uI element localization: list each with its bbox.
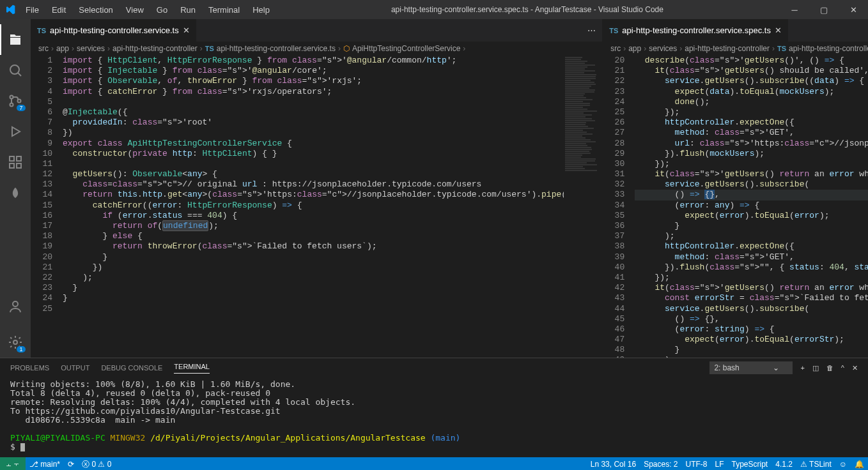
new-terminal-icon[interactable]: +: [800, 364, 804, 372]
tslint-indicator[interactable]: ⚠ TSLint: [796, 460, 835, 469]
window-title: api-http-testing-controller.service.spec…: [275, 5, 780, 14]
panel-tab-terminal[interactable]: TERMINAL: [174, 363, 210, 374]
statusbar: ⫠⫟ ⎇ main* ⟳ ⓧ 0 ⚠ 0 Ln 33, Col 16 Space…: [0, 457, 868, 470]
close-button[interactable]: ✕: [839, 0, 868, 19]
cursor-position[interactable]: Ln 33, Col 16: [587, 460, 640, 469]
code-editor-left[interactable]: 1234567891011121314151617181920212223242…: [31, 56, 602, 358]
minimap-left[interactable]: [564, 56, 602, 358]
mongodb-icon[interactable]: [0, 178, 31, 208]
editor-pane-left: TS api-http-testing-controller.service.t…: [31, 19, 603, 358]
activity-bar: 7 1: [0, 19, 31, 358]
tab-label: api-http-testing-controller.service.spec…: [622, 26, 771, 35]
settings-gear-icon[interactable]: 1: [0, 327, 31, 358]
titlebar: File Edit Selection View Go Run Terminal…: [0, 0, 868, 19]
breadcrumb-right[interactable]: src› app› services› api-http-testing-con…: [603, 42, 868, 56]
feedback-icon[interactable]: ☺: [835, 460, 851, 469]
ts-version[interactable]: 4.1.2: [771, 460, 796, 469]
svg-rect-8: [17, 156, 21, 161]
maximize-button[interactable]: ▢: [809, 0, 839, 19]
more-icon[interactable]: ⋯: [587, 26, 596, 35]
svg-point-10: [13, 340, 17, 344]
search-icon[interactable]: [0, 55, 31, 86]
menu-run[interactable]: Run: [175, 3, 201, 17]
branch-indicator[interactable]: ⎇ main*: [26, 460, 64, 469]
menubar: File Edit Selection View Go Run Terminal…: [20, 3, 275, 17]
panel-tab-output[interactable]: OUTPUT: [61, 364, 89, 372]
sync-button[interactable]: ⟳: [64, 460, 78, 469]
menu-view[interactable]: View: [121, 3, 149, 17]
menu-terminal[interactable]: Terminal: [203, 3, 245, 17]
code-editor-right[interactable]: 2021222324252627282930313233343536373839…: [603, 56, 868, 358]
svg-rect-7: [17, 163, 21, 168]
panel-tab-debug[interactable]: DEBUG CONSOLE: [101, 364, 162, 372]
explorer-icon[interactable]: [0, 24, 31, 55]
svg-point-2: [10, 96, 13, 99]
panel-tab-problems[interactable]: PROBLEMS: [10, 364, 49, 372]
window-controls: ─ ▢ ✕: [780, 0, 868, 19]
kill-terminal-icon[interactable]: 🗑: [826, 364, 833, 372]
svg-rect-5: [10, 156, 14, 161]
scm-badge: 7: [17, 105, 26, 111]
menu-help[interactable]: Help: [247, 3, 275, 17]
editor-pane-right: TS api-http-testing-controller.service.s…: [603, 19, 868, 358]
editor-area: TS api-http-testing-controller.service.t…: [31, 19, 868, 358]
notifications-icon[interactable]: 🔔: [851, 460, 868, 469]
tab-right-file[interactable]: TS api-http-testing-controller.service.s…: [603, 19, 788, 42]
svg-point-3: [10, 103, 13, 107]
svg-line-1: [18, 73, 21, 76]
minimize-button[interactable]: ─: [780, 0, 809, 19]
run-debug-icon[interactable]: [0, 116, 31, 147]
accounts-icon[interactable]: [0, 291, 31, 322]
svg-point-0: [10, 65, 19, 74]
svg-rect-6: [10, 163, 14, 168]
panel-tabs: PROBLEMS OUTPUT DEBUG CONSOLE TERMINAL 2…: [0, 358, 868, 377]
menu-go[interactable]: Go: [151, 3, 173, 17]
maximize-panel-icon[interactable]: ^: [841, 364, 844, 372]
bottom-panel: PROBLEMS OUTPUT DEBUG CONSOLE TERMINAL 2…: [0, 358, 868, 457]
tab-row-right: TS api-http-testing-controller.service.s…: [603, 19, 868, 42]
svg-point-4: [18, 100, 21, 103]
menu-selection[interactable]: Selection: [74, 3, 118, 17]
typescript-icon: TS: [609, 27, 618, 34]
close-icon[interactable]: ✕: [183, 26, 190, 35]
indent-indicator[interactable]: Spaces: 2: [640, 460, 681, 469]
close-icon[interactable]: ✕: [775, 26, 782, 35]
split-terminal-icon[interactable]: ◫: [812, 364, 819, 372]
problems-indicator[interactable]: ⓧ 0 ⚠ 0: [78, 459, 115, 470]
remote-button[interactable]: ⫠⫟: [0, 457, 26, 470]
eol-indicator[interactable]: LF: [711, 460, 728, 469]
typescript-icon: TS: [37, 27, 46, 34]
source-control-icon[interactable]: 7: [0, 86, 31, 116]
encoding-indicator[interactable]: UTF-8: [682, 460, 711, 469]
settings-badge: 1: [17, 346, 26, 352]
tab-label: api-http-testing-controller.service.ts: [50, 26, 179, 35]
svg-point-9: [13, 301, 18, 307]
terminal-body[interactable]: Writing objects: 100% (8/8), 1.60 KiB | …: [0, 377, 868, 457]
vscode-logo-icon: [5, 4, 15, 15]
close-panel-icon[interactable]: ✕: [852, 364, 858, 372]
tab-row-left: TS api-http-testing-controller.service.t…: [31, 19, 602, 42]
menu-edit[interactable]: Edit: [47, 3, 71, 17]
language-indicator[interactable]: TypeScript: [728, 460, 772, 469]
breadcrumb-left[interactable]: src› app› services› api-http-testing-con…: [31, 42, 602, 56]
terminal-select[interactable]: 2: bash ⌄: [709, 361, 793, 374]
extensions-icon[interactable]: [0, 147, 31, 178]
menu-file[interactable]: File: [20, 3, 44, 17]
tab-left-file[interactable]: TS api-http-testing-controller.service.t…: [31, 19, 196, 42]
